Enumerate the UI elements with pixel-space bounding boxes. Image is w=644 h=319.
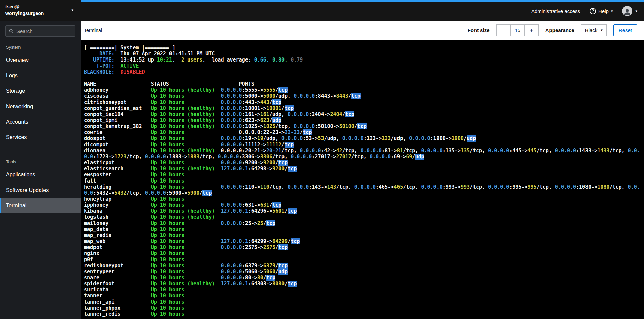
- terminal-line: suricata Up 10 hours: [84, 287, 644, 293]
- terminal-line: ddospot Up 10 hours 0.0.0.0:19->19/udp, …: [84, 135, 644, 142]
- terminal-line: conpot_guardian_ast Up 10 hours (healthy…: [84, 105, 644, 111]
- help-label: Help: [598, 8, 609, 14]
- administrative-access-button[interactable]: Administrative access: [531, 8, 580, 14]
- terminal-toolbar: Terminal Font size − 15 + Appearance Bla…: [81, 21, 644, 40]
- reset-button[interactable]: Reset: [613, 24, 637, 36]
- font-size-decrease-button[interactable]: −: [496, 24, 510, 36]
- terminal-line: honeytrap Up 10 hours: [84, 196, 644, 202]
- terminal-line: tanner_phpox Up 10 hours: [84, 305, 644, 311]
- terminal-line: map_web Up 10 hours 127.0.0.1:64299->642…: [84, 238, 644, 244]
- terminal-line: DATE: Thu 07 Apr 2022 01:41:51 PM UTC: [84, 51, 644, 57]
- appearance-label: Appearance: [545, 27, 574, 33]
- avatar: [622, 6, 632, 16]
- terminal-line: elasticpot Up 10 hours 0.0.0.0:9200->920…: [84, 160, 644, 166]
- terminal-line: ewsposter Up 10 hours: [84, 172, 644, 178]
- sidebar-item-services[interactable]: Services: [0, 130, 81, 145]
- page-title: Terminal: [84, 28, 102, 33]
- terminal-line: cowrie Up 10 hours 0.0.0.0:22-23->22-23/…: [84, 129, 644, 135]
- sidebar-item-overview[interactable]: Overview: [0, 52, 81, 68]
- terminal-line: conpot_iec104 Up 10 hours (healthy) 0.0.…: [84, 111, 644, 117]
- terminal-line: tanner Up 10 hours: [84, 293, 644, 299]
- terminal-output[interactable]: [ ========| System |======== ] DATE: Thu…: [81, 40, 644, 319]
- terminal-line: map_data Up 10 hours: [84, 226, 644, 232]
- toolbar-controls: Font size − 15 + Appearance Black ▾ Rese…: [468, 24, 637, 36]
- terminal-line: conpot_kamstrup_382 Up 10 hours (healthy…: [84, 123, 644, 129]
- terminal-line: snare Up 10 hours 0.0.0.0:80->80/tcp: [84, 275, 644, 281]
- font-size-value[interactable]: 15: [510, 24, 525, 36]
- terminal-line: citrixhoneypot Up 10 hours 0.0.0.0:443->…: [84, 99, 644, 105]
- terminal-line: conpot_ipmi Up 10 hours (healthy) 0.0.0.…: [84, 117, 644, 123]
- help-menu[interactable]: ? Help ▾: [590, 8, 613, 14]
- terminal-line: mailoney Up 10 hours 0.0.0.0:25->25/tcp: [84, 220, 644, 226]
- terminal-line: dicompot Up 10 hours 0.0.0.0:11112->1111…: [84, 142, 644, 148]
- terminal-line: medpot Up 10 hours 0.0.0.0:2575->2575/tc…: [84, 244, 644, 250]
- username: tsec@: [5, 4, 44, 10]
- nav-section: SystemOverviewLogsStorageNetworkingAccou…: [0, 41, 81, 145]
- terminal-line: heralding Up 10 hours 0.0.0.0:110->110/t…: [84, 184, 644, 190]
- terminal-line: adbhoney Up 10 hours (healthy) 0.0.0.0:5…: [84, 87, 644, 93]
- hostname: worryingsurgeon: [5, 11, 44, 17]
- chevron-down-icon: ▾: [635, 9, 637, 13]
- font-size-increase-button[interactable]: +: [525, 24, 539, 36]
- terminal-line: map_redis Up 10 hours: [84, 232, 644, 238]
- sidebar-item-networking[interactable]: Networking: [0, 99, 81, 114]
- help-icon: ?: [590, 8, 596, 14]
- app-window: tsec@ worryingsurgeon ▾ SystemOverviewLo…: [0, 0, 644, 319]
- sidebar-item-software-updates[interactable]: Software Updates: [0, 183, 81, 198]
- terminal-line: NAME STATUS PORTS: [84, 81, 644, 87]
- terminal-line: 0.0:5432->5432/tcp, 0.0.0.0:5900->5900/t…: [84, 190, 644, 196]
- font-size-label: Font size: [468, 27, 490, 33]
- sidebar-item-terminal[interactable]: Terminal: [0, 198, 81, 213]
- terminal-line: ciscoasa Up 10 hours 0.0.0.0:5000->5000/…: [84, 93, 644, 99]
- terminal-line: BLACKHOLE: DISABLED: [84, 69, 644, 75]
- chevron-down-icon: ▾: [611, 9, 613, 13]
- terminal-line: ipphoney Up 10 hours 0.0.0.0:631->631/tc…: [84, 202, 644, 208]
- search-icon: [9, 29, 14, 33]
- appearance-select[interactable]: Black ▾: [581, 24, 607, 36]
- session-menu[interactable]: ▾: [622, 6, 637, 16]
- user-icon: [623, 7, 632, 16]
- terminal-line: elasticsearch Up 10 hours (healthy) 127.…: [84, 166, 644, 172]
- terminal-line: UPTIME: 13:41:52 up 10:21, 2 users, load…: [84, 57, 644, 63]
- sidebar-nav: SystemOverviewLogsStorageNetworkingAccou…: [0, 39, 81, 213]
- terminal-line: p0f Up 10 hours: [84, 256, 644, 263]
- terminal-line: [ ========| System |======== ]: [84, 45, 644, 51]
- sidebar-item-applications[interactable]: Applications: [0, 167, 81, 183]
- search-input[interactable]: [16, 28, 72, 34]
- terminal-line: 0.0:1723->1723/tcp, 0.0.0.0:1883->1883/t…: [84, 154, 644, 160]
- host-switcher[interactable]: tsec@ worryingsurgeon ▾: [0, 0, 81, 21]
- font-size-stepper: − 15 +: [496, 24, 539, 36]
- masthead-actions: Administrative access ? Help ▾ ▾: [531, 6, 637, 16]
- terminal-line: spiderfoot Up 10 hours (healthy) 127.0.0…: [84, 281, 644, 287]
- sidebar-item-accounts[interactable]: Accounts: [0, 114, 81, 130]
- sidebar-item-storage[interactable]: Storage: [0, 83, 81, 99]
- terminal-line: tanner_redis Up 10 hours: [84, 311, 644, 317]
- nav-section: ToolsApplicationsSoftware UpdatesTermina…: [0, 155, 81, 213]
- chevron-down-icon: ▾: [601, 28, 603, 32]
- host-label: tsec@ worryingsurgeon: [5, 4, 44, 16]
- appearance-value: Black: [585, 27, 598, 33]
- chevron-down-icon: ▾: [71, 8, 73, 12]
- sidebar: tsec@ worryingsurgeon ▾ SystemOverviewLo…: [0, 0, 81, 319]
- terminal-line: kibana Up 10 hours (healthy) 127.0.0.1:6…: [84, 208, 644, 214]
- terminal-line: fatt Up 10 hours: [84, 178, 644, 184]
- main-area: Administrative access ? Help ▾ ▾: [81, 0, 644, 319]
- terminal-line: redishoneypot Up 10 hours 0.0.0.0:6379->…: [84, 263, 644, 269]
- terminal-line: dionaea Up 10 hours (healthy) 0.0.0.0:20…: [84, 148, 644, 154]
- terminal-line: nginx Up 10 hours: [84, 250, 644, 256]
- nav-section-title: Tools: [0, 155, 81, 167]
- terminal-line: logstash Up 10 hours (healthy): [84, 214, 644, 220]
- sidebar-item-logs[interactable]: Logs: [0, 68, 81, 83]
- sidebar-search: [5, 25, 75, 37]
- terminal-line: sentrypeer Up 10 hours 0.0.0.0:5060->506…: [84, 269, 644, 275]
- terminal-line: tanner_api Up 10 hours: [84, 299, 644, 305]
- terminal-line: T-POT: ACTIVE: [84, 63, 644, 69]
- terminal-line: [84, 75, 644, 81]
- masthead: Administrative access ? Help ▾ ▾: [81, 2, 644, 21]
- nav-section-title: System: [0, 41, 81, 52]
